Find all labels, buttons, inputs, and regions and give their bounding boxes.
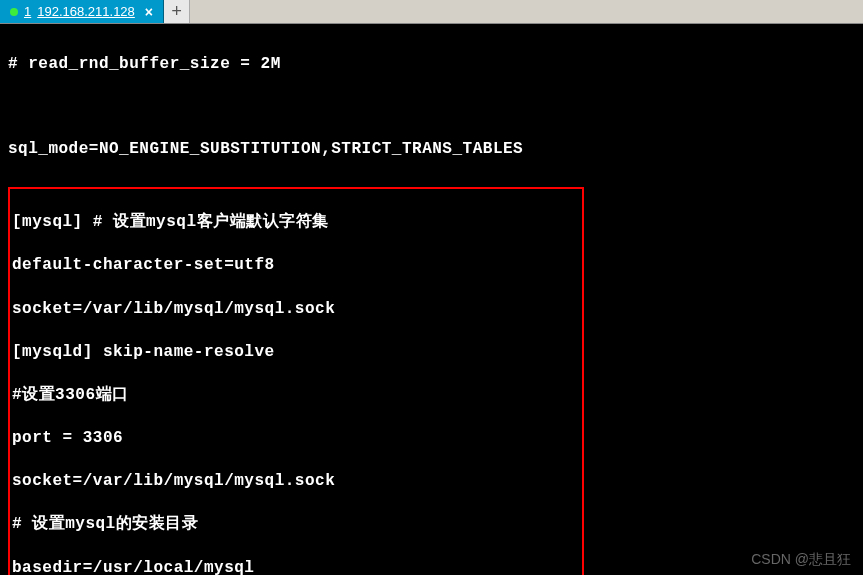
- close-icon[interactable]: ×: [145, 4, 153, 20]
- terminal-output[interactable]: # read_rnd_buffer_size = 2M sql_mode=NO_…: [0, 24, 863, 575]
- config-line: socket=/var/lib/mysql/mysql.sock: [12, 299, 582, 321]
- config-line: #设置3306端口: [12, 385, 582, 407]
- config-line: port = 3306: [12, 428, 582, 450]
- tab-number: 1: [24, 4, 31, 19]
- highlighted-config-block: [mysql] # 设置mysql客户端默认字符集 default-charac…: [8, 187, 584, 575]
- blank-line: [8, 97, 855, 118]
- config-line: # 设置mysql的安装目录: [12, 514, 582, 536]
- config-line: basedir=/usr/local/mysql: [12, 558, 582, 575]
- tab-bar: 1 192.168.211.128 × +: [0, 0, 863, 24]
- config-line: [mysql] # 设置mysql客户端默认字符集: [12, 212, 582, 234]
- config-line: sql_mode=NO_ENGINE_SUBSTITUTION,STRICT_T…: [8, 139, 855, 161]
- tab-title: 192.168.211.128: [37, 4, 135, 19]
- config-line: socket=/var/lib/mysql/mysql.sock: [12, 471, 582, 493]
- config-line: [mysqld] skip-name-resolve: [12, 342, 582, 364]
- new-tab-button[interactable]: +: [164, 0, 190, 23]
- watermark-text: CSDN @悲且狂: [751, 551, 851, 569]
- plus-icon: +: [171, 2, 182, 22]
- config-line: default-character-set=utf8: [12, 255, 582, 277]
- connection-status-dot: [10, 8, 18, 16]
- config-line: # read_rnd_buffer_size = 2M: [8, 54, 855, 76]
- active-tab[interactable]: 1 192.168.211.128 ×: [0, 0, 164, 23]
